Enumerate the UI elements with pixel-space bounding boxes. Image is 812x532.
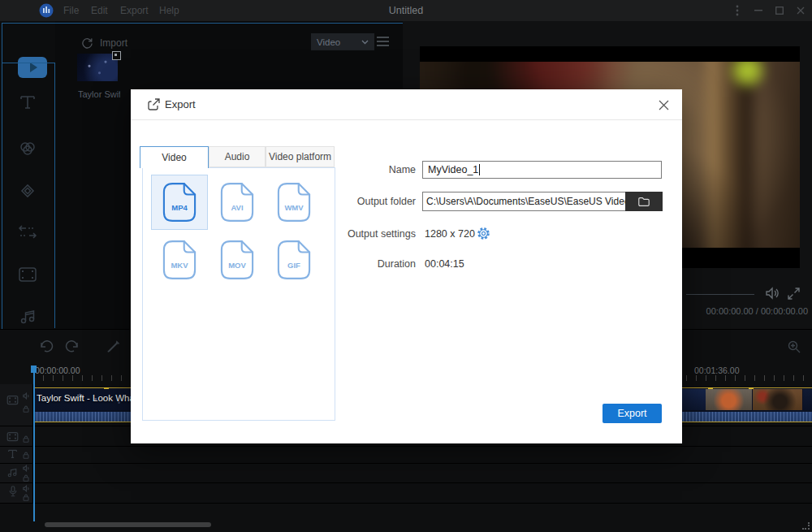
zoom-in-button[interactable] [788, 340, 801, 353]
minimize-button[interactable] [750, 3, 767, 18]
title-bar: File Edit Export Help Untitled [0, 0, 812, 21]
format-avi[interactable]: AVI [209, 175, 266, 230]
clip-title: Taylor Swift - Look What [37, 393, 137, 403]
close-window-button[interactable] [793, 3, 809, 18]
format-gif[interactable]: GIF [266, 232, 322, 288]
menu-export[interactable]: Export [120, 5, 149, 16]
sidebar-item-transitions[interactable] [18, 225, 37, 240]
divider [2, 63, 55, 63]
preview-timecode: 00:00:00.00 / 00:00:00.00 [706, 306, 808, 316]
seek-bar[interactable] [686, 294, 754, 295]
sidebar-item-music[interactable] [19, 308, 37, 326]
menu-file[interactable]: File [63, 5, 79, 16]
folder-icon [637, 197, 650, 207]
media-category-value: Video [317, 37, 340, 47]
export-button[interactable]: Export [603, 404, 662, 423]
media-category-dropdown[interactable]: Video [311, 33, 374, 50]
keyframe-marker [708, 387, 713, 389]
media-item-label: Taylor Swif... [78, 89, 120, 99]
expand-icon [787, 287, 801, 301]
format-label: MP4 [171, 203, 188, 212]
name-label: Name [326, 164, 416, 175]
dialog-close-button[interactable] [656, 97, 671, 112]
keyframe-marker [104, 387, 109, 389]
ruler-timestamp-mid: 00:01:36.00 [694, 365, 739, 375]
speaker-icon [765, 286, 780, 301]
tab-audio[interactable]: Audio [209, 146, 266, 167]
undo-button[interactable] [40, 340, 54, 353]
pencil-icon [106, 340, 120, 353]
export-dialog: Export Video Audio Video platform MP4 AV… [131, 89, 682, 443]
speaker-icon [23, 465, 30, 472]
voiceover-mute-button[interactable] [23, 485, 30, 492]
resize-grip[interactable] [802, 522, 810, 530]
menu-help[interactable]: Help [159, 5, 179, 16]
filters-icon [18, 139, 37, 158]
media-item-badge-icon [112, 51, 121, 60]
track2-lock-button[interactable] [23, 435, 29, 443]
lock-icon [23, 435, 29, 443]
format-mp4[interactable]: MP4 [151, 175, 208, 230]
settings-gear-button[interactable] [477, 227, 490, 240]
format-mkv[interactable]: MKV [151, 232, 208, 288]
text-icon [7, 448, 18, 459]
voiceover-lock-button[interactable] [23, 494, 29, 501]
format-label: WMV [284, 203, 303, 212]
text-icon [19, 93, 37, 111]
timeline-hscrollbar[interactable] [45, 522, 211, 527]
format-panel: MP4 AVI WMV MKV MOV GIF [142, 167, 335, 421]
tab-video[interactable]: Video [140, 146, 209, 168]
import-icon [81, 37, 93, 49]
sidebar-item-filters[interactable] [18, 139, 37, 158]
sidebar-item-media[interactable] [18, 57, 47, 78]
list-view-button[interactable] [377, 37, 389, 46]
film-icon [18, 266, 37, 283]
fullscreen-button[interactable] [787, 287, 801, 301]
app-logo-icon [39, 3, 54, 18]
voiceover-track-icon [8, 486, 18, 498]
export-dialog-icon [147, 97, 161, 111]
audio-track-lock-button[interactable] [23, 474, 29, 482]
video-track1-icon [6, 395, 19, 405]
sidebar-item-elements[interactable] [18, 266, 37, 283]
text-track-lock-button[interactable] [23, 452, 29, 459]
overlays-icon [18, 181, 37, 201]
tab-video-platform[interactable]: Video platform [266, 146, 335, 167]
track1-lock-button[interactable] [23, 405, 29, 413]
video-track2-icon [6, 431, 19, 442]
edit-tool-button[interactable] [106, 340, 120, 353]
name-input[interactable]: MyVideo_1 [422, 161, 662, 179]
app-window: File Edit Export Help Untitled Recently … [0, 0, 812, 532]
music-note-icon [19, 308, 37, 326]
maximize-button[interactable] [771, 3, 788, 18]
film-icon [6, 431, 19, 442]
play-icon [30, 63, 37, 72]
format-label: MKV [171, 261, 188, 270]
redo-button[interactable] [65, 340, 79, 353]
volume-button[interactable] [765, 286, 780, 301]
audio-track-mute-button[interactable] [23, 465, 30, 472]
browse-folder-button[interactable] [625, 192, 663, 211]
microphone-icon [8, 486, 18, 498]
sidebar-item-text[interactable] [19, 93, 37, 111]
film-icon [6, 395, 19, 405]
output-folder-input[interactable]: C:\Users\A\Documents\EaseUS\EaseUS Video… [422, 192, 626, 211]
format-label: GIF [287, 261, 300, 270]
playhead[interactable] [33, 365, 35, 521]
music-note-icon [6, 467, 18, 478]
keyframe-marker [749, 387, 754, 389]
output-folder-value: C:\Users\A\Documents\EaseUS\EaseUS Video… [426, 196, 626, 207]
redo-icon [65, 340, 79, 353]
format-mov[interactable]: MOV [209, 232, 266, 288]
duration-label: Duration [326, 258, 416, 270]
lock-icon [23, 405, 29, 413]
track1-mute-button[interactable] [23, 392, 30, 400]
menu-edit[interactable]: Edit [91, 5, 108, 16]
import-label: Import [100, 37, 127, 49]
format-wmv[interactable]: WMV [266, 175, 322, 230]
transitions-icon [18, 225, 37, 240]
sidebar-item-overlays[interactable] [18, 181, 37, 201]
undo-icon [40, 340, 54, 353]
more-options-button[interactable] [729, 3, 745, 18]
import-button[interactable]: Import [81, 37, 127, 49]
